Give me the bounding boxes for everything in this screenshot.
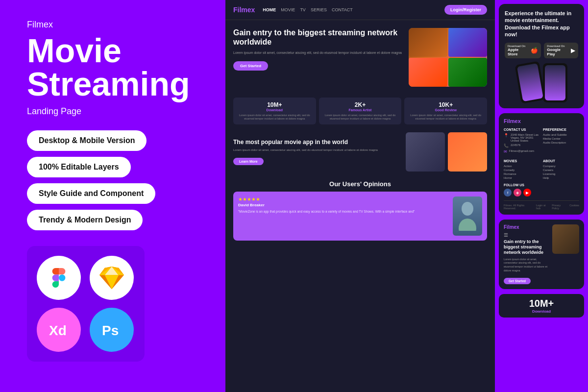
footer-movie-1: Action (504, 165, 540, 168)
filmex-login-button[interactable]: Login/Register (444, 5, 487, 15)
nav-link-movie: MOVIE (281, 7, 295, 12)
nav-link-contact: CONTACT (332, 7, 353, 12)
feature-tag-1: Desktop & Mobile Version (27, 130, 147, 151)
mosaic-cell-1 (409, 28, 447, 57)
footer-email-row: ✉ Filmex@gmail.com (504, 149, 540, 154)
footer-movies-col: MOVIES Action Comedy Romance Horror (504, 159, 540, 180)
filmex-get-started-button[interactable]: Get Started (233, 61, 268, 71)
footer-movie-2: Comedy (504, 169, 540, 172)
footer-columns: CONTACT US 📍 2340 Main Street Las Vegas,… (504, 128, 579, 155)
feature-tags-list: Desktop & Mobile Version 100% Editable L… (27, 130, 198, 230)
nav-link-tv: TV (300, 7, 306, 12)
popular-image-1 (406, 132, 445, 172)
mobile-preview-card: Filmex ☰ Gain entry to the biggest strea… (499, 220, 584, 289)
stat-label-2: Famous Artist (323, 108, 398, 112)
footer-address-row: 📍 2340 Main Street Las Vegas, NV 34201 U… (504, 133, 540, 142)
phone-screen-2 (545, 65, 565, 100)
phone-icon: 📞 (504, 144, 509, 148)
google-play-button[interactable]: Download On Google Play ▶ (544, 43, 578, 58)
filmex-nav-logo: Filmex (233, 6, 255, 14)
google-play-name: Google Play (547, 48, 569, 56)
footer-email: Filmex@gmail.com (509, 149, 534, 152)
right-panel: Experience the ultimate in movie enterta… (495, 0, 588, 392)
footer-phone-row: 📞 224576 (504, 144, 540, 148)
reviewer-avatar (453, 196, 482, 236)
filmex-hero-image (409, 28, 487, 87)
filmex-stats-section: 10M+ Download Lorem ipsum dolor sit amet… (225, 95, 495, 127)
stat-card-1: 10M+ Download Lorem ipsum dolor sit amet… (233, 98, 316, 124)
phone-straight (543, 63, 567, 102)
stat-number-3: 10K+ (408, 101, 483, 108)
website-preview-panel: Filmex HOME MOVIE TV SERIES CONTACT Logi… (225, 0, 495, 392)
instagram-icon[interactable]: ◈ (514, 189, 521, 196)
mobile-menu-icon: ☰ (504, 232, 508, 238)
stat-desc-2: Lorem ipsum dolor sit amet, consectetur … (323, 114, 398, 121)
stat-label-1: Download (237, 108, 312, 112)
left-panel: Filmex Movie Streaming Landing Page Desk… (0, 0, 225, 392)
popular-image-2 (448, 132, 487, 172)
sketch-tool-icon (90, 256, 134, 300)
svg-text:Xd: Xd (49, 323, 67, 338)
mobile-card-content: Filmex ☰ Gain entry to the biggest strea… (504, 224, 548, 284)
footer-about-3: Licensing (543, 172, 579, 175)
footer-movie-3: Romance (504, 172, 540, 175)
popular-description: Lorem ipsum dolor sit amet, consectetur … (233, 148, 400, 152)
footer-follow-col: FOLLOW US f ◈ ▶ (504, 183, 540, 196)
svg-text:Ps: Ps (102, 323, 119, 338)
location-icon: 📍 (504, 133, 509, 138)
footer-pref-3: Audio Description (543, 141, 579, 144)
footer-privacy-link[interactable]: Privacy Policy (552, 204, 566, 210)
footer-login-link[interactable]: Login at hub (536, 204, 549, 210)
mobile-get-started-button[interactable]: Get Started (504, 278, 531, 284)
stat-number-2: 2K+ (323, 101, 398, 108)
bottom-stat-label: Download (503, 309, 580, 314)
figma-tool-icon (37, 256, 81, 300)
popular-text: The most popular movie app in the world … (233, 139, 400, 165)
footer-about-4: Help (543, 176, 579, 179)
tools-grid: Xd Ps (27, 246, 145, 362)
footer-social-icons: f ◈ ▶ (504, 189, 540, 196)
stat-desc-1: Lorem ipsum dolor sit amet, consectetur … (237, 114, 312, 121)
app-download-card: Experience the ultimate in movie enterta… (499, 4, 584, 108)
mosaic-cell-2 (448, 28, 487, 57)
opinions-title: Our Users' Opinions (233, 180, 487, 188)
stat-label-3: Good Review (408, 108, 483, 112)
mobile-card-description: Lorem ipsum dolor sit amet, consectetur … (504, 258, 548, 273)
footer-contact-title: CONTACT US (504, 128, 540, 131)
reviewer-name: David Breaker (238, 203, 448, 207)
footer-pref-col: PREFERENCE Audio and Subtitle Media Cent… (543, 128, 579, 155)
mosaic-cell-4 (448, 58, 487, 87)
app-card-title: Experience the ultimate in movie enterta… (505, 10, 578, 38)
review-card: ★★★★★ David Breaker "MovieZone is an app… (233, 192, 487, 241)
apple-store-button[interactable]: Download On Apple Store 🍎 (505, 43, 541, 58)
apple-store-name: Apple Store (508, 48, 529, 56)
filmex-nav-links: HOME MOVIE TV SERIES CONTACT (263, 7, 437, 12)
filmex-hero-text: Gain entry to the biggest streaming netw… (233, 28, 403, 87)
filmex-website-preview: Filmex HOME MOVIE TV SERIES CONTACT Logi… (225, 0, 495, 392)
svg-point-2 (462, 202, 473, 216)
footer-cookies-link[interactable]: Cookies (569, 204, 579, 210)
facebook-icon[interactable]: f (504, 189, 512, 196)
footer-card: Filmex CONTACT US 📍 2340 Main Street Las… (499, 113, 584, 215)
footer-follow-title: FOLLOW US (504, 183, 540, 187)
apple-icon: 🍎 (531, 47, 538, 54)
learn-more-button[interactable]: Learn More (233, 158, 264, 165)
phone-angled (514, 61, 545, 104)
hero-mosaic (409, 28, 487, 87)
filmex-hero-description: Lorem ipsum dolor sit amet, consectetur … (233, 50, 403, 55)
popular-images (406, 132, 487, 172)
bottom-stat-number: 10M+ (503, 298, 580, 309)
bottom-stat-card: 10M+ Download (499, 294, 584, 318)
footer-about-1: Company (543, 165, 579, 168)
play-icon: ▶ (571, 47, 575, 54)
filmex-opinions-section: Our Users' Opinions ★★★★★ David Breaker … (225, 176, 495, 245)
footer-about-col: ABOUT Company Careers Licensing Help (543, 159, 579, 180)
download-buttons: Download On Apple Store 🍎 Download On Go… (505, 43, 578, 58)
footer-copyright: Filmex. All Rights Reserved. (504, 204, 533, 210)
popular-title: The most popular movie app in the world (233, 139, 400, 146)
feature-tag-4: Trendy & Modern Design (27, 210, 143, 230)
stat-card-2: 2K+ Famous Artist Lorem ipsum dolor sit … (319, 98, 402, 124)
mobile-thumb-image (552, 224, 579, 254)
filmex-hero-section: Gain entry to the biggest streaming netw… (225, 20, 495, 95)
youtube-icon[interactable]: ▶ (523, 189, 531, 196)
